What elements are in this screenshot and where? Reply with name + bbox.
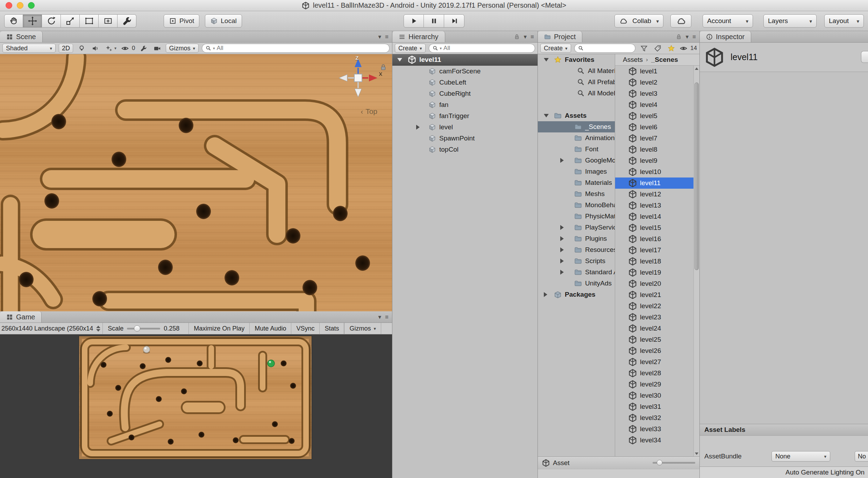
folder-item[interactable]: Scripts [538,255,615,267]
asset-file-row[interactable]: level3 [615,88,693,99]
assets-section[interactable]: Assets [538,110,615,121]
expand-arrow-icon[interactable] [560,270,564,275]
game-gizmos-dropdown[interactable]: Gizmos ▾ [344,323,381,334]
tab-game[interactable]: Game [0,311,42,323]
hierarchy-scene-root[interactable]: level11 [392,54,538,66]
asset-file-row[interactable]: level8 [615,144,693,155]
panel-dropdown-icon[interactable]: ▾ [378,34,382,40]
layout-dropdown[interactable]: Layout ▾ [824,14,864,28]
game-resolution-dropdown[interactable]: 2560x1440 Landscape (2560x14 [0,323,103,334]
hierarchy-item[interactable]: topCol [392,144,538,155]
breadcrumb-current[interactable]: _Scenes [651,56,678,64]
asset-file-row[interactable]: level22 [615,300,693,312]
scale-tool-button[interactable] [61,14,80,28]
expand-arrow-icon[interactable] [397,58,402,61]
expand-arrow-icon[interactable] [560,259,564,263]
asset-file-row[interactable]: level4 [615,99,693,110]
asset-file-row[interactable]: level15 [615,222,693,233]
game-toolbar-button[interactable]: VSync [291,323,319,334]
asset-file-row[interactable]: level6 [615,122,693,133]
hierarchy-create-dropdown[interactable]: Create ▾ [395,44,426,53]
expand-arrow-icon[interactable] [560,236,564,241]
game-toolbar-button[interactable]: Mute Audio [249,323,291,334]
save-search-button[interactable] [666,44,676,53]
hierarchy-item[interactable]: fan [392,99,538,110]
asset-file-row[interactable]: level34 [615,435,693,446]
folder-item[interactable]: GoogleMobi [538,155,615,166]
scene-lighting-toggle[interactable] [76,44,87,53]
lock-icon[interactable] [514,34,520,40]
asset-file-row[interactable]: level5 [615,110,693,122]
folder-item[interactable]: Resources [538,244,615,255]
play-button[interactable] [404,14,424,28]
visibility-button[interactable] [678,44,689,53]
asset-file-row[interactable]: level9 [615,155,693,166]
folder-item[interactable]: Materials [538,177,615,188]
search-filter-caret-icon[interactable]: ▾ [213,46,215,51]
panel-menu-icon[interactable]: ≡ [531,34,534,40]
folder-item[interactable]: Images [538,166,615,177]
asset-file-row[interactable]: level31 [615,401,693,412]
asset-file-row[interactable]: level10 [615,166,693,178]
scene-camera-button[interactable] [152,44,163,53]
panel-dropdown-icon[interactable]: ▾ [378,314,382,320]
tab-project[interactable]: Project [538,31,582,42]
assetbundle-variant-dropdown[interactable]: No [855,451,868,462]
scene-effects-dropdown[interactable] [104,44,114,53]
cloud-services-button[interactable] [670,14,691,28]
project-create-dropdown[interactable]: Create ▾ [540,44,571,53]
asset-file-row[interactable]: level23 [615,312,693,323]
tab-scene[interactable]: Scene [0,31,43,42]
scene-search-input[interactable] [217,45,386,52]
toggle-2d-button[interactable]: 2D [59,44,73,53]
asset-file-row[interactable]: level20 [615,278,693,289]
expand-arrow-icon[interactable] [560,225,564,230]
search-by-label-button[interactable] [652,44,663,53]
favorite-item[interactable]: All Prefabs [538,77,615,88]
asset-file-row[interactable]: level30 [615,390,693,401]
rotate-tool-button[interactable] [42,14,61,28]
favorite-item[interactable]: All Materials [538,65,615,77]
folder-item[interactable]: Meshs [538,188,615,200]
scroll-up-arrow[interactable] [694,66,699,71]
tab-hierarchy[interactable]: Hierarchy [392,31,445,42]
hand-tool-button[interactable] [4,14,23,28]
folder-item[interactable]: Plugins [538,233,615,244]
transform-tool-button[interactable] [99,14,118,28]
open-button-partial[interactable] [861,51,868,63]
asset-labels-header[interactable]: Asset Labels [700,424,868,436]
panel-menu-icon[interactable]: ≡ [692,34,696,40]
expand-arrow-icon[interactable] [416,125,420,130]
camera-settings-button[interactable] [138,44,149,53]
shading-mode-dropdown[interactable]: Shaded ▾ [2,44,56,53]
game-viewport[interactable] [0,334,392,478]
asset-file-row[interactable]: level32 [615,412,693,423]
lock-icon[interactable] [676,34,682,40]
gizmo-x-axis-label[interactable]: x [379,70,383,78]
asset-file-row[interactable]: level18 [615,256,693,267]
asset-file-row[interactable]: level16 [615,233,693,245]
collab-dropdown[interactable]: Collab ▾ [614,14,663,28]
scene-view-mode-label[interactable]: ‹ Top [361,107,377,116]
asset-file-row[interactable]: level11 [615,178,693,189]
asset-file-row[interactable]: level13 [615,200,693,211]
rect-tool-button[interactable] [80,14,99,28]
minimize-window-button[interactable] [17,2,23,9]
expand-arrow-icon[interactable] [544,114,549,117]
game-toolbar-button[interactable]: Maximize On Play [188,323,249,334]
hierarchy-search-input[interactable] [443,45,531,52]
scene-orientation-gizmo[interactable]: z x [335,55,381,101]
thumbnail-size-knob[interactable] [657,460,662,465]
asset-file-row[interactable]: level26 [615,345,693,356]
scene-search-field[interactable]: ▾ [202,44,390,53]
expand-arrow-icon[interactable] [560,247,564,252]
hierarchy-item[interactable]: CubeRight [392,88,538,99]
hierarchy-item[interactable]: SpawnPoint [392,133,538,144]
game-toolbar-button[interactable]: Stats [319,323,344,334]
search-by-type-button[interactable] [639,44,649,53]
expand-arrow-icon[interactable] [560,158,564,163]
asset-file-row[interactable]: level21 [615,289,693,300]
hierarchy-search-field[interactable]: ▾ [429,44,535,53]
close-window-button[interactable] [6,2,12,9]
pause-button[interactable] [424,14,444,28]
